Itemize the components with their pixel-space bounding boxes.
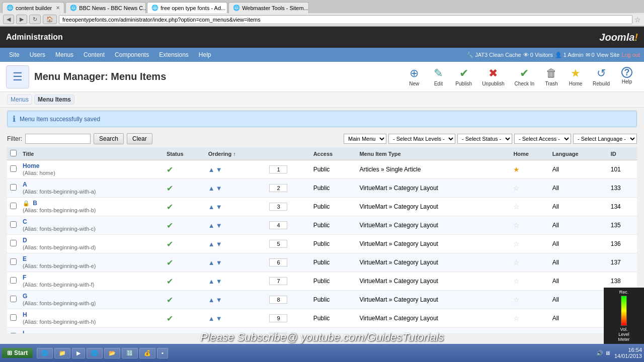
clean-cache-btn[interactable]: 🔧 JAT3 Clean Cache xyxy=(466,52,521,58)
tab-content-builder[interactable]: 🌐 content builder ✕ xyxy=(2,2,64,13)
order-number-input[interactable] xyxy=(269,314,287,322)
taskbar-media[interactable]: ▶ xyxy=(72,348,85,358)
home-button[interactable]: ★ Home xyxy=(565,65,587,88)
nav-extensions[interactable]: Extensions xyxy=(154,49,194,60)
view-site-btn[interactable]: View Site xyxy=(597,52,620,58)
order-number-input[interactable] xyxy=(269,258,287,266)
order-up-arrow[interactable]: ▲ xyxy=(208,259,215,266)
status-icon[interactable]: ✔ xyxy=(167,314,173,323)
logout-btn[interactable]: Log out xyxy=(621,52,640,58)
status-icon[interactable]: ✔ xyxy=(167,296,173,304)
forward-button[interactable]: ▶ xyxy=(16,15,27,24)
row-title-link[interactable]: C xyxy=(23,218,27,225)
order-number-input[interactable] xyxy=(269,296,287,304)
max-levels-select[interactable]: - Select Max Levels - xyxy=(388,134,455,144)
order-number-input[interactable] xyxy=(269,203,287,211)
order-up-arrow[interactable]: ▲ xyxy=(208,240,215,248)
status-icon[interactable]: ✔ xyxy=(167,221,173,230)
row-title-link[interactable]: A xyxy=(23,181,27,188)
order-down-arrow[interactable]: ▼ xyxy=(216,203,222,211)
row-checkbox[interactable] xyxy=(10,314,17,321)
order-down-arrow[interactable]: ▼ xyxy=(216,296,222,304)
row-checkbox[interactable] xyxy=(10,333,17,333)
nav-users[interactable]: Users xyxy=(25,49,50,60)
order-number-input[interactable] xyxy=(269,240,287,248)
order-down-arrow[interactable]: ▼ xyxy=(216,240,222,248)
order-down-arrow[interactable]: ▼ xyxy=(216,259,222,266)
order-up-arrow[interactable]: ▲ xyxy=(208,315,215,322)
order-up-arrow[interactable]: ▲ xyxy=(208,185,215,192)
nav-help[interactable]: Help xyxy=(194,49,216,60)
breadcrumb-menus[interactable]: Menus xyxy=(7,95,32,105)
main-menu-select[interactable]: Main Menu xyxy=(344,134,386,144)
taskbar-ie[interactable]: 🌐 xyxy=(37,348,53,358)
taskbar-terminal[interactable]: ▪ xyxy=(157,348,168,358)
tab-webmaster[interactable]: 🌐 Webmaster Tools - Sitem... ✕ xyxy=(228,2,309,13)
tab-close[interactable]: ✕ xyxy=(56,5,60,11)
status-icon[interactable]: ✔ xyxy=(167,258,173,267)
order-number-input[interactable] xyxy=(269,221,287,229)
order-up-arrow[interactable]: ▲ xyxy=(208,333,215,334)
search-button[interactable]: Search xyxy=(94,133,124,144)
order-up-arrow[interactable]: ▲ xyxy=(208,278,215,285)
home-star[interactable]: ☆ xyxy=(513,240,520,248)
edit-button[interactable]: ✎ Edit xyxy=(427,65,449,88)
taskbar-money[interactable]: 💰 xyxy=(139,348,155,358)
order-number-input[interactable] xyxy=(269,333,287,333)
taskbar-calc[interactable]: 🔢 xyxy=(122,348,138,358)
address-input[interactable] xyxy=(59,15,632,24)
ordering-col[interactable]: Ordering ↑ xyxy=(205,147,267,160)
status-icon[interactable]: ✔ xyxy=(167,277,173,286)
taskbar-filezilla[interactable]: 📂 xyxy=(104,348,120,358)
reload-button[interactable]: ↻ xyxy=(29,15,41,24)
order-down-arrow[interactable]: ▼ xyxy=(216,278,222,285)
home-star[interactable]: ★ xyxy=(513,165,520,173)
home-star[interactable]: ☆ xyxy=(513,333,520,333)
row-title-link[interactable]: I xyxy=(23,330,24,333)
order-down-arrow[interactable]: ▼ xyxy=(216,166,222,173)
status-select[interactable]: - Select Status - xyxy=(457,134,512,144)
status-icon[interactable]: ✔ xyxy=(167,184,173,193)
nav-content[interactable]: Content xyxy=(78,49,110,60)
select-all-checkbox[interactable] xyxy=(10,150,17,156)
order-up-arrow[interactable]: ▲ xyxy=(208,222,215,229)
row-checkbox[interactable] xyxy=(10,258,17,265)
language-select[interactable]: - Select Language - xyxy=(573,134,637,144)
nav-site[interactable]: Site xyxy=(4,49,25,60)
status-icon[interactable]: ✔ xyxy=(167,165,173,174)
status-icon[interactable]: ✔ xyxy=(167,240,173,248)
tab-bbc[interactable]: 🌐 BBC News - BBC News C... ✕ xyxy=(65,2,146,13)
row-title-link[interactable]: D xyxy=(23,237,27,244)
home-star[interactable]: ☆ xyxy=(513,184,520,192)
nav-components[interactable]: Components xyxy=(110,49,154,60)
row-checkbox[interactable] xyxy=(10,296,17,302)
publish-button[interactable]: ✔ Publish xyxy=(451,65,476,88)
clear-button[interactable]: Clear xyxy=(127,133,152,144)
home-star[interactable]: ☆ xyxy=(513,277,520,285)
rebuild-button[interactable]: ↺ Rebuild xyxy=(589,65,614,88)
trash-button[interactable]: 🗑 Trash xyxy=(540,65,562,88)
row-title-link[interactable]: Home xyxy=(23,162,39,169)
row-checkbox[interactable] xyxy=(10,165,17,172)
order-number-input[interactable] xyxy=(269,184,287,192)
row-title-link[interactable]: G xyxy=(23,293,27,300)
order-up-arrow[interactable]: ▲ xyxy=(208,166,215,173)
row-title-link[interactable]: F xyxy=(23,274,26,281)
help-button[interactable]: ? Help xyxy=(616,65,638,88)
home-star[interactable]: ☆ xyxy=(513,203,520,211)
access-select[interactable]: - Select Access - xyxy=(514,134,571,144)
status-icon[interactable]: ✔ xyxy=(167,203,173,211)
order-down-arrow[interactable]: ▼ xyxy=(216,315,222,322)
new-button[interactable]: ⊕ New xyxy=(403,65,425,88)
home-star[interactable]: ☆ xyxy=(513,296,520,304)
home-star[interactable]: ☆ xyxy=(513,221,520,229)
home-star[interactable]: ☆ xyxy=(513,314,520,322)
row-title-link[interactable]: H xyxy=(23,311,27,318)
bookmark-star[interactable]: ☆ xyxy=(634,16,641,24)
status-icon[interactable]: ✔ xyxy=(167,333,173,334)
order-up-arrow[interactable]: ▲ xyxy=(208,203,215,211)
home-star[interactable]: ☆ xyxy=(513,258,520,266)
order-up-arrow[interactable]: ▲ xyxy=(208,296,215,304)
nav-menus[interactable]: Menus xyxy=(50,49,78,60)
taskbar-explorer[interactable]: 📁 xyxy=(54,348,70,358)
